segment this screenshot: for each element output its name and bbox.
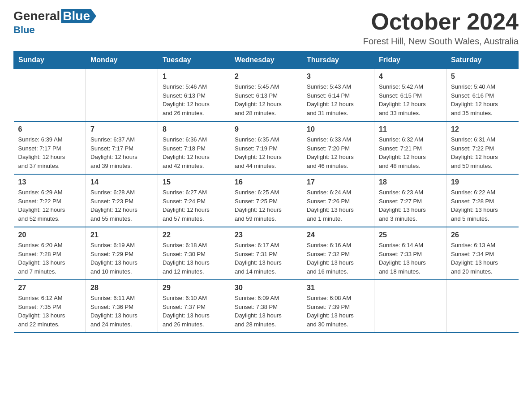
- day-number: 30: [235, 284, 297, 292]
- calendar-day-cell: 20Sunrise: 6:20 AM Sunset: 7:28 PM Dayli…: [14, 227, 86, 280]
- calendar-week-row: 1Sunrise: 5:46 AM Sunset: 6:13 PM Daylig…: [14, 69, 519, 122]
- calendar-day-cell: 31Sunrise: 6:08 AM Sunset: 7:39 PM Dayli…: [302, 280, 374, 333]
- day-number: 23: [235, 231, 297, 239]
- calendar-week-row: 6Sunrise: 6:39 AM Sunset: 7:17 PM Daylig…: [14, 121, 519, 174]
- calendar-day-cell: 1Sunrise: 5:46 AM Sunset: 6:13 PM Daylig…: [158, 69, 230, 122]
- calendar-week-row: 13Sunrise: 6:29 AM Sunset: 7:22 PM Dayli…: [14, 174, 519, 227]
- day-info: Sunrise: 6:13 AM Sunset: 7:34 PM Dayligh…: [451, 241, 514, 276]
- day-info: Sunrise: 6:17 AM Sunset: 7:31 PM Dayligh…: [235, 241, 297, 276]
- day-number: 19: [451, 178, 514, 186]
- calendar-day-cell: 4Sunrise: 5:42 AM Sunset: 6:15 PM Daylig…: [374, 69, 446, 122]
- day-number: 9: [235, 125, 297, 133]
- logo-blue-box: Blue: [61, 9, 96, 23]
- day-number: 29: [163, 284, 225, 292]
- day-number: 10: [307, 125, 369, 133]
- calendar-day-cell: 14Sunrise: 6:28 AM Sunset: 7:23 PM Dayli…: [86, 174, 158, 227]
- day-info: Sunrise: 6:28 AM Sunset: 7:23 PM Dayligh…: [90, 188, 153, 223]
- day-info: Sunrise: 5:45 AM Sunset: 6:13 PM Dayligh…: [235, 82, 297, 117]
- day-of-week-header: Friday: [374, 51, 446, 69]
- logo-blue-subtext: Blue: [13, 24, 35, 36]
- calendar-day-cell: 17Sunrise: 6:24 AM Sunset: 7:26 PM Dayli…: [302, 174, 374, 227]
- day-number: 1: [163, 73, 225, 81]
- day-number: 27: [18, 284, 82, 292]
- calendar-day-cell: 23Sunrise: 6:17 AM Sunset: 7:31 PM Dayli…: [230, 227, 302, 280]
- day-info: Sunrise: 6:36 AM Sunset: 7:18 PM Dayligh…: [163, 135, 225, 170]
- day-number: 22: [163, 231, 225, 239]
- calendar-header-row: SundayMondayTuesdayWednesdayThursdayFrid…: [14, 51, 519, 69]
- day-of-week-header: Monday: [86, 51, 158, 69]
- calendar-day-cell: 6Sunrise: 6:39 AM Sunset: 7:17 PM Daylig…: [14, 121, 86, 174]
- day-number: 4: [379, 73, 442, 81]
- calendar-day-cell: 26Sunrise: 6:13 AM Sunset: 7:34 PM Dayli…: [446, 227, 519, 280]
- day-number: 20: [18, 231, 82, 239]
- calendar-day-cell: 15Sunrise: 6:27 AM Sunset: 7:24 PM Dayli…: [158, 174, 230, 227]
- day-info: Sunrise: 6:20 AM Sunset: 7:28 PM Dayligh…: [18, 241, 82, 276]
- day-info: Sunrise: 6:10 AM Sunset: 7:37 PM Dayligh…: [163, 294, 225, 329]
- day-number: 6: [18, 125, 82, 133]
- day-info: Sunrise: 6:08 AM Sunset: 7:39 PM Dayligh…: [307, 294, 369, 329]
- calendar-day-cell: 21Sunrise: 6:19 AM Sunset: 7:29 PM Dayli…: [86, 227, 158, 280]
- calendar-day-cell: 25Sunrise: 6:14 AM Sunset: 7:33 PM Dayli…: [374, 227, 446, 280]
- calendar-day-cell: 27Sunrise: 6:12 AM Sunset: 7:35 PM Dayli…: [14, 280, 86, 333]
- day-of-week-header: Thursday: [302, 51, 374, 69]
- day-info: Sunrise: 6:14 AM Sunset: 7:33 PM Dayligh…: [379, 241, 442, 276]
- day-info: Sunrise: 6:11 AM Sunset: 7:36 PM Dayligh…: [90, 294, 153, 329]
- day-info: Sunrise: 6:37 AM Sunset: 7:17 PM Dayligh…: [90, 135, 153, 170]
- day-info: Sunrise: 6:29 AM Sunset: 7:22 PM Dayligh…: [18, 188, 82, 223]
- day-info: Sunrise: 6:31 AM Sunset: 7:22 PM Dayligh…: [451, 135, 514, 170]
- calendar-day-cell: 29Sunrise: 6:10 AM Sunset: 7:37 PM Dayli…: [158, 280, 230, 333]
- calendar-day-cell: 8Sunrise: 6:36 AM Sunset: 7:18 PM Daylig…: [158, 121, 230, 174]
- day-of-week-header: Wednesday: [230, 51, 302, 69]
- calendar-day-cell: 3Sunrise: 5:43 AM Sunset: 6:14 PM Daylig…: [302, 69, 374, 122]
- month-title: October 2024: [363, 9, 519, 34]
- logo-general-text: General: [13, 9, 60, 23]
- calendar-day-cell: [14, 69, 86, 122]
- day-info: Sunrise: 6:32 AM Sunset: 7:21 PM Dayligh…: [379, 135, 442, 170]
- day-of-week-header: Saturday: [446, 51, 519, 69]
- calendar-day-cell: [374, 280, 446, 333]
- calendar-day-cell: 13Sunrise: 6:29 AM Sunset: 7:22 PM Dayli…: [14, 174, 86, 227]
- day-number: 3: [307, 73, 369, 81]
- day-number: 11: [379, 125, 442, 133]
- day-info: Sunrise: 6:09 AM Sunset: 7:38 PM Dayligh…: [235, 294, 297, 329]
- calendar-day-cell: 19Sunrise: 6:22 AM Sunset: 7:28 PM Dayli…: [446, 174, 519, 227]
- page-header: General Blue Blue October 2024 Forest Hi…: [13, 9, 519, 47]
- day-info: Sunrise: 6:19 AM Sunset: 7:29 PM Dayligh…: [90, 241, 153, 276]
- calendar-day-cell: 12Sunrise: 6:31 AM Sunset: 7:22 PM Dayli…: [446, 121, 519, 174]
- calendar-week-row: 20Sunrise: 6:20 AM Sunset: 7:28 PM Dayli…: [14, 227, 519, 280]
- logo: General Blue Blue: [13, 9, 96, 36]
- day-number: 7: [90, 125, 153, 133]
- calendar-week-row: 27Sunrise: 6:12 AM Sunset: 7:35 PM Dayli…: [14, 280, 519, 333]
- day-number: 28: [90, 284, 153, 292]
- day-number: 2: [235, 73, 297, 81]
- day-number: 5: [451, 73, 514, 81]
- day-number: 12: [451, 125, 514, 133]
- day-info: Sunrise: 6:25 AM Sunset: 7:25 PM Dayligh…: [235, 188, 297, 223]
- location-subtitle: Forest Hill, New South Wales, Australia: [363, 36, 519, 47]
- day-info: Sunrise: 6:16 AM Sunset: 7:32 PM Dayligh…: [307, 241, 369, 276]
- day-number: 26: [451, 231, 514, 239]
- day-number: 21: [90, 231, 153, 239]
- calendar-day-cell: 18Sunrise: 6:23 AM Sunset: 7:27 PM Dayli…: [374, 174, 446, 227]
- day-info: Sunrise: 5:43 AM Sunset: 6:14 PM Dayligh…: [307, 82, 369, 117]
- day-number: 18: [379, 178, 442, 186]
- title-area: October 2024 Forest Hill, New South Wale…: [363, 9, 519, 47]
- calendar-day-cell: 24Sunrise: 6:16 AM Sunset: 7:32 PM Dayli…: [302, 227, 374, 280]
- day-number: 25: [379, 231, 442, 239]
- day-info: Sunrise: 5:40 AM Sunset: 6:16 PM Dayligh…: [451, 82, 514, 117]
- calendar-day-cell: 10Sunrise: 6:33 AM Sunset: 7:20 PM Dayli…: [302, 121, 374, 174]
- day-number: 8: [163, 125, 225, 133]
- calendar-table: SundayMondayTuesdayWednesdayThursdayFrid…: [13, 51, 519, 333]
- day-info: Sunrise: 6:12 AM Sunset: 7:35 PM Dayligh…: [18, 294, 82, 329]
- day-number: 14: [90, 178, 153, 186]
- day-info: Sunrise: 6:18 AM Sunset: 7:30 PM Dayligh…: [163, 241, 225, 276]
- day-info: Sunrise: 6:23 AM Sunset: 7:27 PM Dayligh…: [379, 188, 442, 223]
- calendar-day-cell: 5Sunrise: 5:40 AM Sunset: 6:16 PM Daylig…: [446, 69, 519, 122]
- day-number: 16: [235, 178, 297, 186]
- calendar-day-cell: 22Sunrise: 6:18 AM Sunset: 7:30 PM Dayli…: [158, 227, 230, 280]
- calendar-day-cell: 28Sunrise: 6:11 AM Sunset: 7:36 PM Dayli…: [86, 280, 158, 333]
- calendar-day-cell: 11Sunrise: 6:32 AM Sunset: 7:21 PM Dayli…: [374, 121, 446, 174]
- day-of-week-header: Sunday: [14, 51, 86, 69]
- day-number: 13: [18, 178, 82, 186]
- day-number: 24: [307, 231, 369, 239]
